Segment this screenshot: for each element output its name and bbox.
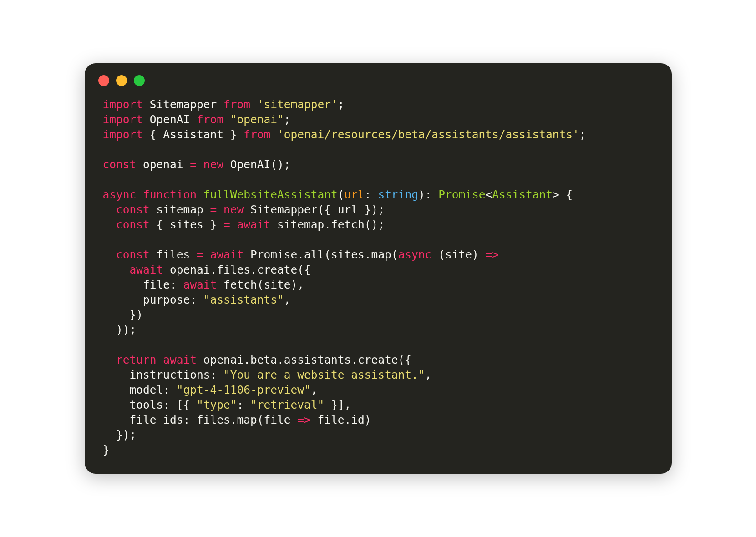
code-token: }], [324, 398, 351, 411]
code-token-kw: return [116, 353, 157, 366]
code-token: openai [136, 158, 190, 171]
code-token-str: 'openai/resources/beta/assistants/assist… [277, 128, 579, 141]
code-token-fn: Promise [438, 188, 485, 201]
code-token-kw: const [116, 248, 150, 261]
code-token: ; [579, 128, 586, 141]
code-token [223, 113, 230, 126]
code-token: , [284, 293, 291, 306]
code-token-kw: => [485, 248, 499, 261]
code-token [103, 263, 130, 276]
traffic-close-icon[interactable] [98, 75, 109, 86]
code-token-fn: fullWebsiteAssistant [203, 188, 338, 201]
code-token-str: "assistants" [203, 293, 284, 306]
code-token-kw: await [210, 248, 244, 261]
code-token: : [237, 398, 251, 411]
code-token: Sitemapper [143, 98, 223, 111]
code-token [103, 248, 117, 261]
traffic-zoom-icon[interactable] [134, 75, 145, 86]
code-token-kw: const [103, 158, 137, 171]
code-token-kw: import [103, 98, 143, 111]
code-token: file: [103, 278, 183, 291]
code-token: }); [103, 428, 137, 441]
code-token [157, 353, 163, 366]
code-token: sitemap [150, 203, 210, 216]
code-token: , [311, 383, 318, 396]
code-token-kw: async [103, 188, 137, 201]
code-token: purpose: [103, 293, 203, 306]
code-token [197, 158, 203, 171]
code-token [203, 248, 210, 261]
code-token: instructions: [103, 368, 224, 381]
code-token: tools: [{ [103, 398, 197, 411]
code-token-kw: from [244, 128, 270, 141]
window-titlebar [85, 63, 672, 92]
code-token-kw: from [197, 113, 223, 126]
code-token-str: "gpt-4-1106-preview" [177, 383, 311, 396]
code-token: ( [338, 188, 345, 201]
code-token: file.id) [311, 413, 371, 426]
code-token: > { [553, 188, 573, 201]
code-token: { Assistant } [143, 128, 244, 141]
code-token-kw: const [116, 218, 150, 231]
code-token: OpenAI(); [223, 158, 291, 171]
code-token-kw: async [398, 248, 432, 261]
code-token: model: [103, 383, 177, 396]
code-token: ): [418, 188, 438, 201]
code-token: ; [284, 113, 291, 126]
code-token: , [425, 368, 432, 381]
code-token: )); [103, 323, 137, 336]
code-token-fn: Assistant [492, 188, 553, 201]
code-token-str: "type" [197, 398, 237, 411]
code-token [250, 98, 257, 111]
code-token: fetch(site), [217, 278, 304, 291]
code-token [136, 188, 143, 201]
code-token: ; [338, 98, 345, 111]
code-editor[interactable]: import Sitemapper from 'sitemapper'; imp… [85, 92, 672, 462]
code-token [103, 218, 117, 231]
code-token [230, 218, 237, 231]
code-token-str: "You are a website assistant." [223, 368, 425, 381]
code-token-kw: const [116, 203, 150, 216]
code-token: } [103, 443, 110, 456]
code-token-kw: import [103, 128, 143, 141]
code-token [197, 188, 203, 201]
code-token [103, 203, 117, 216]
code-token: file_ids: files.map(file [103, 413, 298, 426]
code-token-kw: await [237, 218, 271, 231]
code-token: Sitemapper({ url }); [244, 203, 385, 216]
code-token: sitemap.fetch(); [270, 218, 385, 231]
code-token-type: string [378, 188, 418, 201]
code-token-param: url [345, 188, 365, 201]
code-token-str: 'sitemapper' [257, 98, 338, 111]
code-token-kw: from [223, 98, 250, 111]
code-token: OpenAI [143, 113, 197, 126]
traffic-minimize-icon[interactable] [116, 75, 127, 86]
code-token [217, 203, 223, 216]
code-token-kw: function [143, 188, 197, 201]
code-token-kw: new [223, 203, 244, 216]
code-token [270, 128, 277, 141]
code-token-str: "openai" [230, 113, 284, 126]
code-token: : [365, 188, 378, 201]
code-token-kw: => [297, 413, 311, 426]
code-token-kw: new [203, 158, 223, 171]
code-token-kw: = [190, 158, 197, 171]
code-token-kw: import [103, 113, 143, 126]
code-token: }) [103, 308, 143, 321]
code-token-kw: await [183, 278, 217, 291]
code-token: < [485, 188, 492, 201]
code-token: Promise.all(sites.map( [244, 248, 398, 261]
code-token-str: "retrieval" [250, 398, 324, 411]
code-window: import Sitemapper from 'sitemapper'; imp… [85, 63, 672, 474]
code-token-kw: await [163, 353, 197, 366]
code-token: openai.files.create({ [163, 263, 311, 276]
code-token: { sites } [150, 218, 223, 231]
code-token: files [150, 248, 197, 261]
code-token-kw: await [130, 263, 163, 276]
code-token: (site) [431, 248, 485, 261]
code-token-kw: = [223, 218, 230, 231]
code-token-kw: = [210, 203, 217, 216]
code-token-kw: = [197, 248, 203, 261]
code-token [103, 353, 117, 366]
code-token: openai.beta.assistants.create({ [197, 353, 411, 366]
